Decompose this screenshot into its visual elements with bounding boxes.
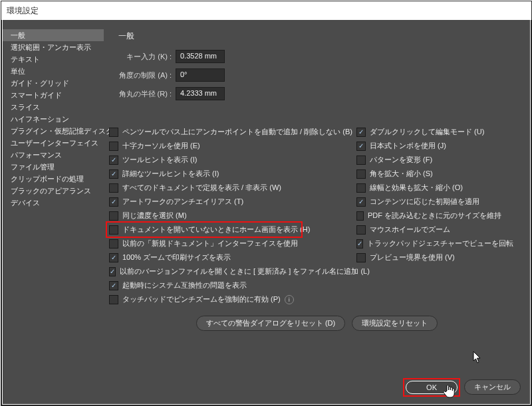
- checkbox-row[interactable]: 100% ズームで印刷サイズを表示: [108, 251, 355, 264]
- checkbox[interactable]: [109, 267, 116, 276]
- window-title: 環境設定: [7, 5, 39, 17]
- checkbox-row[interactable]: 以前の「新規ドキュメント」インターフェイスを使用: [108, 237, 355, 251]
- window-body: 一般選択範囲・アンカー表示テキスト単位ガイド・グリッドスマートガイドスライスハイ…: [3, 20, 530, 404]
- checkbox[interactable]: [109, 253, 118, 262]
- checkbox[interactable]: [109, 197, 118, 207]
- checkbox[interactable]: [109, 142, 118, 151]
- ok-button[interactable]: OK: [406, 381, 458, 394]
- checkbox-label: ツールヒントを表示 (I): [122, 155, 197, 165]
- checkbox[interactable]: [356, 155, 366, 165]
- sidebar-item[interactable]: デバイス: [3, 197, 104, 209]
- category-sidebar: 一般選択範囲・アンカー表示テキスト単位ガイド・グリッドスマートガイドスライスハイ…: [3, 20, 104, 404]
- checkbox-row[interactable]: 線幅と効果も拡大・縮小 (O): [355, 181, 501, 195]
- sidebar-item[interactable]: ファイル管理: [3, 161, 104, 173]
- reset-warnings-button[interactable]: すべての警告ダイアログをリセット (D): [196, 316, 345, 331]
- reset-prefs-button[interactable]: 環境設定をリセット: [352, 316, 438, 331]
- checkbox-row[interactable]: ツールヒントを表示 (I): [108, 153, 355, 167]
- checkbox[interactable]: [356, 142, 366, 151]
- sidebar-item[interactable]: クリップボードの処理: [3, 173, 104, 185]
- checkbox-label: タッチパッドでピンチズームを強制的に有効 (P): [122, 294, 281, 304]
- checkbox-row[interactable]: すべてのドキュメントで定規を表示 / 非表示 (W): [108, 181, 355, 195]
- sidebar-item[interactable]: ユーザーインターフェイス: [3, 137, 104, 149]
- checkbox[interactable]: [109, 281, 118, 290]
- checkbox-row[interactable]: パターンを変形 (F): [355, 153, 501, 167]
- checkbox-row[interactable]: タッチパッドでピンチズームを強制的に有効 (P)i: [108, 292, 355, 306]
- sidebar-item[interactable]: 単位: [3, 65, 104, 77]
- checkbox[interactable]: [356, 239, 363, 249]
- checkbox-columns: ペンツールでパス上にアンカーポイントを自動で追加 / 削除しない (B)十字カー…: [108, 125, 501, 306]
- angle-constraint-row: 角度の制限 (A) : 0°: [118, 68, 525, 82]
- key-input-row: キー入力 (K) : 0.3528 mm: [118, 50, 525, 63]
- checkbox[interactable]: [356, 183, 366, 193]
- key-input-field[interactable]: 0.3528 mm: [176, 50, 225, 63]
- checkbox-row[interactable]: マウスホイールでズーム: [355, 223, 501, 237]
- checkbox[interactable]: [109, 155, 118, 165]
- checkbox-row[interactable]: 詳細なツールヒントを表示 (I): [108, 167, 355, 181]
- checkbox-row[interactable]: PDF を読み込むときに元のサイズを維持: [355, 209, 501, 223]
- general-panel: 一般 キー入力 (K) : 0.3528 mm 角度の制限 (A) : 0° 角…: [104, 20, 530, 404]
- checkbox-label: 詳細なツールヒントを表示 (I): [122, 169, 219, 179]
- cancel-button[interactable]: キャンセル: [464, 379, 521, 395]
- checkbox-label: ペンツールでパス上にアンカーポイントを自動で追加 / 削除しない (B): [122, 127, 352, 137]
- checkbox-label: トラックパッドジェスチャーでビューを回転: [367, 239, 513, 249]
- sidebar-item[interactable]: プラグイン・仮想記憶ディスク: [3, 125, 104, 137]
- checkbox-row[interactable]: プレビュー境界を使用 (V): [355, 251, 501, 264]
- sidebar-item[interactable]: テキスト: [3, 53, 104, 65]
- cursor-arrow-icon: [473, 351, 483, 364]
- dialog-footer: OK キャンセル: [406, 379, 521, 395]
- checkbox-label: 同じ濃度を選択 (M): [122, 211, 187, 221]
- checkbox-row[interactable]: ドキュメントを開いていないときにホーム画面を表示 (H): [108, 223, 355, 237]
- sidebar-item[interactable]: ブラックのアピアランス: [3, 185, 104, 197]
- checkbox[interactable]: [109, 295, 118, 304]
- checkbox-label: 角を拡大・縮小 (S): [370, 169, 433, 179]
- checkbox[interactable]: [109, 225, 118, 235]
- info-icon[interactable]: i: [285, 295, 294, 304]
- checkbox-label: マウスホイールでズーム: [370, 225, 450, 235]
- checkbox-row[interactable]: 日本式トンボを使用 (J): [355, 139, 501, 153]
- checkbox[interactable]: [109, 128, 118, 137]
- checkbox[interactable]: [356, 253, 366, 262]
- checkbox-label: 以前の「新規ドキュメント」インターフェイスを使用: [122, 239, 298, 249]
- checkbox-row[interactable]: 十字カーソルを使用 (E): [108, 139, 355, 153]
- sidebar-item[interactable]: パフォーマンス: [3, 149, 104, 161]
- checkbox-label: パターンを変形 (F): [370, 155, 432, 165]
- preferences-window: 環境設定 一般選択範囲・アンカー表示テキスト単位ガイド・グリッドスマートガイドス…: [1, 1, 532, 406]
- checkbox-row[interactable]: 角を拡大・縮小 (S): [355, 167, 501, 181]
- checkbox-label: ドキュメントを開いていないときにホーム画面を表示 (H): [122, 225, 310, 235]
- corner-radius-label: 角丸の半径 (R) :: [118, 89, 172, 99]
- checkbox[interactable]: [356, 225, 366, 235]
- sidebar-item[interactable]: 一般: [3, 29, 104, 41]
- checkbox[interactable]: [356, 169, 366, 179]
- checkbox-row[interactable]: 同じ濃度を選択 (M): [108, 209, 355, 223]
- sidebar-item[interactable]: スライス: [3, 101, 104, 113]
- corner-radius-field[interactable]: 4.2333 mm: [176, 87, 225, 100]
- checkbox[interactable]: [356, 197, 366, 207]
- checkbox-label: すべてのドキュメントで定規を表示 / 非表示 (W): [122, 183, 281, 193]
- checkbox[interactable]: [109, 239, 118, 249]
- checkbox[interactable]: [356, 128, 366, 137]
- checkbox-label: コンテンツに応じた初期値を適用: [370, 197, 479, 207]
- sidebar-item[interactable]: スマートガイド: [3, 89, 104, 101]
- checkbox-label: 十字カーソルを使用 (E): [122, 141, 200, 151]
- checkbox-row[interactable]: コンテンツに応じた初期値を適用: [355, 195, 501, 209]
- sidebar-item[interactable]: 選択範囲・アンカー表示: [3, 41, 104, 53]
- checkbox-row[interactable]: 以前のバージョンファイルを開くときに [ 更新済み ] をファイル名に追加 (L…: [108, 264, 355, 278]
- checkbox-label: アートワークのアンチエイリアス (T): [122, 197, 243, 207]
- checkbox[interactable]: [109, 211, 118, 221]
- checkbox[interactable]: [109, 183, 118, 193]
- key-input-label: キー入力 (K) :: [118, 52, 172, 62]
- checkbox-label: 日本式トンボを使用 (J): [370, 141, 446, 151]
- checkbox[interactable]: [356, 211, 364, 221]
- sidebar-item[interactable]: ハイフネーション: [3, 113, 104, 125]
- angle-constraint-label: 角度の制限 (A) :: [118, 70, 172, 80]
- checkbox-row[interactable]: 起動時にシステム互換性の問題を表示: [108, 278, 355, 292]
- checkbox-row[interactable]: ペンツールでパス上にアンカーポイントを自動で追加 / 削除しない (B): [108, 125, 355, 139]
- checkbox-row[interactable]: ダブルクリックして編集モード (U): [355, 125, 501, 139]
- corner-radius-row: 角丸の半径 (R) : 4.2333 mm: [118, 87, 525, 100]
- checkbox-row[interactable]: トラックパッドジェスチャーでビューを回転: [355, 237, 501, 251]
- checkbox[interactable]: [109, 169, 118, 179]
- checkbox-label: 線幅と効果も拡大・縮小 (O): [370, 183, 463, 193]
- angle-constraint-field[interactable]: 0°: [176, 68, 225, 82]
- sidebar-item[interactable]: ガイド・グリッド: [3, 77, 104, 89]
- checkbox-row[interactable]: アートワークのアンチエイリアス (T): [108, 195, 355, 209]
